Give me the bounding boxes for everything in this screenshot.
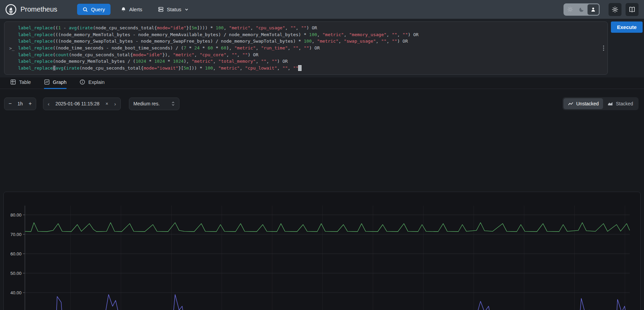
time-back-button[interactable]: ‹ <box>48 101 49 107</box>
theme-dark-button[interactable] <box>576 4 587 15</box>
gear-icon <box>612 6 618 13</box>
end-time-value[interactable]: 2025-01-06 11:15:28 <box>56 101 100 106</box>
bell-icon <box>121 7 126 12</box>
editor-kebab-menu[interactable] <box>603 46 604 51</box>
select-chevrons-icon <box>171 101 175 106</box>
execute-button[interactable]: Execute <box>611 21 643 33</box>
svg-text:70.00: 70.00 <box>10 232 21 237</box>
resolution-value: Medium res. <box>133 101 160 106</box>
stacking-toggle: Unstacked Stacked <box>562 97 639 110</box>
sun-icon <box>567 6 573 12</box>
chevron-down-icon <box>185 8 189 12</box>
settings-button[interactable] <box>609 3 621 16</box>
tab-explain[interactable]: Explain <box>79 79 105 89</box>
graph-chart-panel[interactable]: 0.0010.0020.0030.0040.0050.0060.0070.008… <box>3 192 641 310</box>
range-selector: − 1h + <box>4 98 36 110</box>
brand[interactable]: Prometheus <box>5 4 57 15</box>
main-panel: Table Graph Explain − 1h + ‹ 2025-01-06 … <box>0 77 644 310</box>
line-chart-icon <box>568 101 573 106</box>
svg-text:60.00: 60.00 <box>10 251 21 256</box>
clear-time-button[interactable]: × <box>105 101 108 106</box>
svg-text:40.00: 40.00 <box>10 290 21 295</box>
server-stack-icon <box>158 6 164 12</box>
graph-icon <box>44 79 50 85</box>
moon-icon <box>579 7 584 12</box>
book-icon <box>629 6 635 13</box>
promql-expression-input[interactable]: >_ label_replace((1 - avg(irate(node_cpu… <box>4 21 608 75</box>
nav-alerts-button[interactable]: Alerts <box>115 4 148 15</box>
time-series-chart[interactable]: 0.0010.0020.0030.0040.0050.0060.0070.008… <box>4 192 640 310</box>
info-icon <box>79 79 85 85</box>
time-forward-button[interactable]: › <box>114 101 116 107</box>
svg-text:80.00: 80.00 <box>10 212 21 218</box>
search-icon <box>83 7 88 12</box>
unstacked-option[interactable]: Unstacked <box>564 98 603 109</box>
app-title: Prometheus <box>20 5 57 13</box>
nav-query-button[interactable]: Query <box>77 4 111 15</box>
resolution-select[interactable]: Medium res. <box>129 98 179 110</box>
theme-light-button[interactable] <box>564 4 576 15</box>
table-icon <box>10 79 16 85</box>
range-value[interactable]: 1h <box>17 101 23 106</box>
nav-items: Query Alerts Status <box>77 4 194 15</box>
promql-code[interactable]: label_replace((1 - avg(irate(node_cpu_se… <box>4 22 608 74</box>
theme-auto-button[interactable] <box>587 4 599 15</box>
navbar: Prometheus Query Alerts Status <box>0 0 644 19</box>
theme-switcher <box>564 3 600 16</box>
svg-text:50.00: 50.00 <box>10 271 21 276</box>
prompt-icon: >_ <box>9 46 15 51</box>
person-icon <box>590 7 596 12</box>
range-decrease-button[interactable]: − <box>9 101 12 107</box>
stacked-option[interactable]: Stacked <box>603 98 638 109</box>
tab-graph[interactable]: Graph <box>44 79 67 89</box>
result-tabs: Table Graph Explain <box>0 77 644 89</box>
range-increase-button[interactable]: + <box>29 101 32 107</box>
query-editor-section: >_ label_replace((1 - avg(irate(node_cpu… <box>0 19 644 77</box>
area-chart-icon <box>608 101 613 106</box>
end-time-picker: ‹ 2025-01-06 11:15:28 × › <box>43 98 121 110</box>
docs-button[interactable] <box>626 3 639 16</box>
nav-status-menu[interactable]: Status <box>152 4 194 15</box>
tab-table[interactable]: Table <box>10 79 31 89</box>
graph-controls: − 1h + ‹ 2025-01-06 11:15:28 × › Medium … <box>0 97 644 110</box>
prometheus-logo-icon <box>5 4 16 15</box>
